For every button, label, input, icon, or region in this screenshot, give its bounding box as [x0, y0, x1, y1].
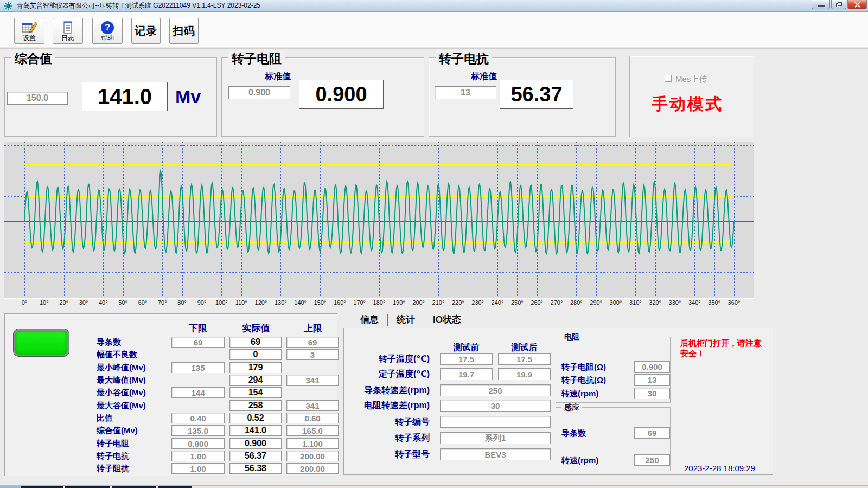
log-button[interactable]: 日志	[53, 18, 83, 44]
x-tick-label: 20°	[53, 299, 75, 306]
x-tick-label: 220°	[447, 299, 469, 306]
actual-value-field: 56.38	[229, 463, 282, 474]
help-button[interactable]: ? 帮助	[92, 18, 123, 44]
info-tab-content: 测试前 测试后 转子温度(℃) 17.5 17.5 定子温度(℃) 19.7 1…	[343, 328, 773, 475]
table-row-max-peak: 最大峰值(Mv) 294 341	[5, 375, 338, 386]
x-tick-label: 170°	[349, 299, 371, 306]
actual-value-field: 154	[229, 387, 282, 398]
taskbar-start-area[interactable]	[0, 486, 21, 488]
scan-button[interactable]: 扫码	[169, 18, 199, 44]
window-title: 青岛艾普智能仪器有限公司--压铸转子测试系统 G202211049 V1.1.4…	[17, 1, 260, 10]
x-tick-label: 280°	[565, 299, 587, 306]
x-tick-label: 270°	[546, 299, 567, 306]
rotor-serial-label: 转子编号	[345, 416, 430, 428]
lower-limit-field[interactable]: 0.800	[171, 438, 225, 449]
upper-limit-field[interactable]: 69	[286, 337, 339, 348]
minimize-icon	[818, 5, 825, 7]
table-row-rotor-resistance: 转子电阻 0.800 0.900 1.100	[5, 438, 338, 449]
upper-limit-field[interactable]: 0.60	[286, 413, 339, 423]
rotor-series-field[interactable]: 系列1	[440, 432, 551, 444]
upper-limit-field[interactable]: 341	[286, 375, 339, 386]
table-row-composite-value: 综合值(Mv) 135.0 141.0 165.0	[5, 425, 338, 436]
induction-speed-field[interactable]: 250	[634, 454, 670, 466]
x-axis: 0°10°20°30°40°50°60°70°80°90°100°110°120…	[4, 299, 754, 308]
rotor-resistance-panel: 转子电阻 标准值 0.900 0.900	[221, 57, 424, 137]
taskbar-window-button[interactable]	[21, 486, 63, 488]
upper-limit-field[interactable]: 200.00	[286, 451, 339, 461]
tab-io-status[interactable]: IO状态	[424, 314, 470, 326]
lower-limit-field[interactable]: 1.00	[171, 463, 225, 474]
stator-temp-after-field[interactable]: 19.9	[498, 368, 551, 380]
mes-upload-label: Mes上传	[675, 74, 707, 85]
help-question-icon: ?	[101, 21, 114, 34]
rotor-model-field[interactable]: BEV3	[440, 448, 551, 460]
row-label: 比值	[97, 413, 169, 423]
lower-limit-field[interactable]: 144	[171, 387, 225, 398]
induction-group-title: 感应	[561, 403, 582, 413]
lower-limit-field[interactable]: 135.0	[171, 425, 225, 436]
group-speed-field[interactable]: 30	[634, 388, 670, 399]
x-tick-label: 240°	[487, 299, 508, 306]
x-tick-label: 360°	[723, 299, 745, 306]
x-tick-label: 40°	[92, 299, 114, 306]
header-actual-value: 实际值	[229, 322, 283, 335]
table-row-bar-count: 导条数 69 69 69	[5, 337, 338, 348]
resistance-standard-input[interactable]: 0.900	[228, 86, 290, 99]
group-rotor-resistance-field[interactable]: 0.900	[634, 361, 670, 373]
upper-limit-field[interactable]: 341	[286, 400, 339, 411]
record-button[interactable]: 记录	[131, 18, 161, 44]
x-tick-label: 140°	[290, 299, 311, 306]
resistance-panel-title: 转子电阻	[228, 50, 285, 67]
upper-limit-field[interactable]: 200.00	[286, 463, 339, 474]
induction-bar-count-field[interactable]: 69	[634, 427, 670, 439]
settings-label: 设置	[23, 35, 36, 42]
settings-button[interactable]: 设置	[14, 18, 44, 44]
x-tick-label: 150°	[309, 299, 331, 306]
actual-value-field: 69	[229, 337, 282, 348]
upper-limit-field[interactable]: 1.100	[286, 438, 339, 449]
lower-limit-field[interactable]: 135	[171, 362, 225, 373]
stator-temp-label: 定子温度(℃)	[345, 368, 430, 380]
lower-limit-field[interactable]: 1.00	[171, 451, 225, 461]
taskbar-window-button[interactable]	[158, 486, 192, 488]
group-rotor-reactance-field[interactable]: 13	[634, 374, 670, 386]
x-tick-label: 180°	[368, 299, 390, 306]
taskbar-window-button[interactable]	[112, 486, 156, 488]
upper-limit-field[interactable]: 165.0	[286, 425, 339, 436]
tab-info[interactable]: 信息	[352, 314, 388, 326]
taskbar-window-button[interactable]	[65, 486, 110, 488]
rotor-serial-field[interactable]	[440, 416, 551, 428]
x-tick-label: 10°	[33, 299, 55, 306]
composite-standard-input[interactable]: 150.0	[7, 92, 68, 105]
rotor-temp-after-field[interactable]: 17.5	[498, 353, 551, 365]
group-rotor-reactance-label: 转子电抗(Ω)	[561, 374, 606, 386]
resistance-group-title: 电阻	[561, 332, 582, 342]
waveform-canvas	[4, 142, 754, 298]
reactance-standard-input[interactable]: 13	[435, 86, 496, 99]
tab-statistics[interactable]: 统计	[388, 314, 424, 326]
upper-limit-field[interactable]: 3	[286, 349, 339, 360]
bar-slip-speed-field[interactable]: 250	[440, 384, 551, 396]
stator-temp-before-field[interactable]: 19.7	[440, 368, 493, 380]
row-label: 最小峰值(Mv)	[97, 362, 169, 373]
actual-value-field: 294	[229, 375, 282, 386]
timestamp: 2023-2-28 18:09:29	[684, 464, 755, 473]
close-button[interactable]	[847, 0, 867, 9]
toolbar: 设置 日志 ? 帮助 记录 扫码	[0, 12, 868, 49]
resistance-slip-speed-label: 电阻转速差(rpm)	[345, 400, 430, 412]
rotor-temp-before-field[interactable]: 17.5	[440, 353, 493, 365]
actual-value-field: 179	[229, 362, 282, 373]
help-label: 帮助	[101, 34, 114, 41]
waveform-chart	[4, 142, 754, 298]
lower-limit-field[interactable]: 0.40	[171, 413, 225, 423]
resistance-standard-value: 0.900	[248, 88, 270, 98]
restore-icon	[836, 2, 842, 7]
x-tick-label: 90°	[191, 299, 213, 306]
x-tick-label: 70°	[151, 299, 173, 306]
minimize-button[interactable]	[812, 0, 830, 9]
header-before-test: 测试前	[440, 342, 493, 354]
mes-upload-checkbox[interactable]	[665, 75, 672, 82]
restore-button[interactable]	[831, 0, 846, 9]
resistance-slip-speed-field[interactable]: 30	[440, 400, 551, 412]
lower-limit-field[interactable]: 69	[171, 337, 225, 348]
